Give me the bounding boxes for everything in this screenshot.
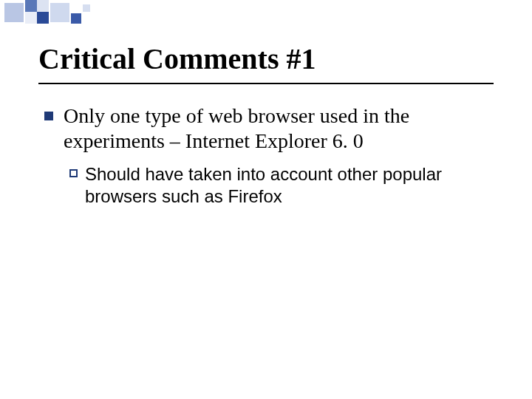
hollow-square-bullet-icon bbox=[69, 169, 78, 177]
square-bullet-icon bbox=[44, 112, 53, 120]
bullet-text: Only one type of web browser used in the… bbox=[64, 103, 495, 153]
bullet-level2: Should have taken into account other pop… bbox=[69, 163, 495, 208]
slide-title: Critical Comments #1 bbox=[38, 41, 316, 76]
corner-decoration bbox=[0, 0, 532, 30]
title-underline bbox=[38, 83, 494, 84]
bullet-level1: Only one type of web browser used in the… bbox=[44, 103, 495, 153]
slide-body: Only one type of web browser used in the… bbox=[44, 103, 495, 208]
bullet-text: Should have taken into account other pop… bbox=[85, 163, 495, 208]
